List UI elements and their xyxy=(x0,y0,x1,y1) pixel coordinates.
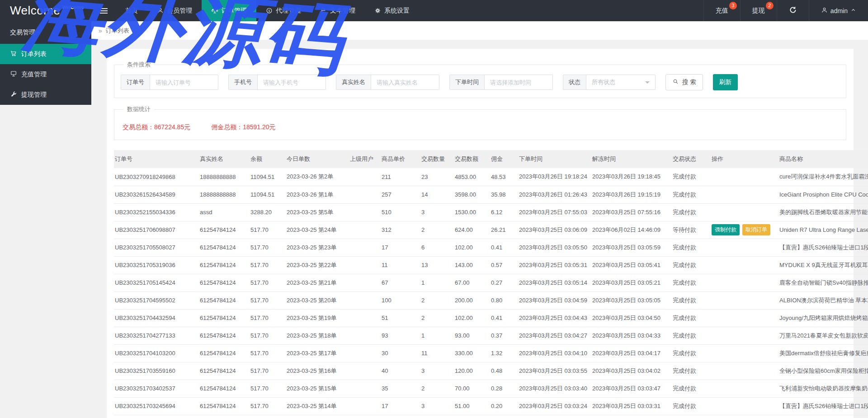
cell-commission: 26.21 xyxy=(490,221,518,239)
real-name-label: 真实姓名 xyxy=(336,75,371,89)
cell-qty: 6 xyxy=(420,239,454,256)
cell-unfreeze-time: 2023年03月25日 03:03:16 xyxy=(591,415,672,418)
stats-legend: 数据统计 xyxy=(123,105,154,113)
cell-unfreeze-time: 2023年03月26日 19:15:19 xyxy=(591,186,672,203)
cell-order-time: 2023年03月25日 03:04:10 xyxy=(518,344,591,362)
cell-balance: 517.70 xyxy=(250,309,286,327)
cell-product: 全钢小型保险箱60cm家用保险柜指纹45电 xyxy=(778,362,868,380)
cell-name: assd xyxy=(199,203,250,221)
cell-status: 完成付款 xyxy=(672,291,711,309)
sidebar-item-withdraw[interactable]: 提现管理 xyxy=(0,85,91,105)
stats-fieldset: 数据统计 交易总额：867224.85元 佣金总额：18591.20元 xyxy=(114,105,846,140)
cell-order-time: 2023年03月26日 19:18:24 xyxy=(518,168,591,186)
cell-unfreeze-time: 2023年03月25日 03:04:33 xyxy=(591,327,672,344)
column-header: 交易状态 xyxy=(672,150,711,168)
user-menu[interactable]: admin xyxy=(809,0,868,21)
cell-parent xyxy=(349,344,381,362)
recharge-button[interactable]: 充值 3 xyxy=(703,0,740,21)
cell-actions xyxy=(711,186,778,203)
cell-balance: 517.70 xyxy=(250,362,286,380)
nav-item-orders[interactable]: 订单管理 xyxy=(202,0,256,21)
cell-qty: 1 xyxy=(420,274,454,291)
nav-item-text[interactable]: 文本管理 xyxy=(311,0,365,21)
cell-order-no: UB2303251705319036 xyxy=(114,256,199,274)
search-button[interactable]: 搜 索 xyxy=(665,74,703,90)
nav-label: 订单管理 xyxy=(222,7,247,15)
cell-product: cure珂润保湿补水4件套水乳面霜洗面奶敏 xyxy=(778,168,868,186)
sidebar: 交易管理 订单列表 充值管理 提现管理 xyxy=(0,21,91,105)
cell-price: 30 xyxy=(381,344,420,362)
cell-product: ALBION澳尔滨荷荷巴精华油 草本凝萃全身 xyxy=(778,291,868,309)
breadcrumb: » 订单列表 xyxy=(91,21,868,40)
order-no-input[interactable] xyxy=(150,75,218,89)
cell-order-no: UB2303251703402537 xyxy=(114,380,199,397)
nav-item-settings[interactable]: 系统设置 xyxy=(365,0,419,21)
cell-price: 51 xyxy=(381,309,420,327)
cell-qty: 2 xyxy=(420,309,454,327)
hamburger-menu-icon[interactable] xyxy=(91,0,116,21)
phone-filter: 手机号 xyxy=(228,75,326,90)
logo-subtext: Welcome xyxy=(62,5,84,10)
cell-name: 61254784124 xyxy=(199,415,250,418)
sidebar-item-order-list[interactable]: 订单列表 xyxy=(0,44,91,64)
cell-product: MYDUKE X 9真无线蓝牙耳机双耳迷你隐形 xyxy=(778,256,868,274)
sidebar-group-trade[interactable]: 交易管理 xyxy=(0,21,91,44)
cell-amount: 102.00 xyxy=(454,239,490,256)
withdraw-button[interactable]: 提现 2 xyxy=(740,0,777,21)
withdraw-label: 提现 xyxy=(752,7,765,15)
cell-amount: 1530.00 xyxy=(454,203,490,221)
refresh-list-button[interactable]: 刷新 xyxy=(713,74,738,90)
table-row: UB230325170340253761254784124517.702023-… xyxy=(114,380,868,397)
cell-amount: 330.00 xyxy=(454,344,490,362)
cell-unfreeze-time: 2023年03月25日 03:05:05 xyxy=(591,291,672,309)
cell-product: 【直营】惠氏S26铂臻瑞士进口1段婴儿配 xyxy=(778,397,868,415)
order-no-label: 订单号 xyxy=(121,75,150,89)
cell-order-time: 2023年03月25日 03:05:14 xyxy=(518,274,591,291)
cell-balance: 517.70 xyxy=(250,415,286,418)
cell-commission: 0.28 xyxy=(490,380,518,397)
force-pay-button[interactable]: 强制付款 xyxy=(712,224,740,235)
cell-parent xyxy=(349,362,381,380)
refresh-button[interactable] xyxy=(777,0,809,21)
status-select[interactable]: 所有状态 xyxy=(586,75,655,89)
cell-unfreeze-time: 2023年03月25日 03:05:21 xyxy=(591,274,672,291)
cancel-order-button[interactable]: 取消订单 xyxy=(742,224,770,235)
table-row: UB230325170355916061254784124517.702023-… xyxy=(114,362,868,380)
cell-status: 完成付款 xyxy=(672,186,711,203)
cell-commission: 0.80 xyxy=(490,291,518,309)
cell-parent xyxy=(349,397,381,415)
cell-commission: 0.41 xyxy=(490,239,518,256)
caret-down-icon xyxy=(645,81,650,86)
cell-name: 18888888888 xyxy=(199,168,250,186)
cell-today: 2023-03-25 第24单 xyxy=(286,221,349,239)
cell-order-no: UB2303251704595502 xyxy=(114,291,199,309)
cell-actions xyxy=(711,309,778,327)
cell-actions xyxy=(711,291,778,309)
withdraw-badge: 2 xyxy=(766,2,774,9)
column-header: 交易数额 xyxy=(454,150,490,168)
cell-order-time: 2023年03月25日 03:03:24 xyxy=(518,397,591,415)
cell-commission: 0.41 xyxy=(490,309,518,327)
nav-item-members[interactable]: 会员管理 xyxy=(147,0,202,21)
cell-name: 61254784124 xyxy=(199,291,250,309)
sidebar-item-recharge[interactable]: 充值管理 xyxy=(0,64,91,85)
phone-input[interactable] xyxy=(258,75,326,89)
cell-today: 2023-03-25 第18单 xyxy=(286,327,349,344)
table-row: UB23032615264345891888888888811094.51202… xyxy=(114,186,868,203)
table-row: UB230325170459550261254784124517.702023-… xyxy=(114,291,868,309)
cell-commission: 0.37 xyxy=(490,327,518,344)
cell-qty: 2 xyxy=(420,221,454,239)
cell-price: 211 xyxy=(381,168,420,186)
nav-item-home[interactable]: 首页 xyxy=(116,0,147,21)
real-name-input[interactable] xyxy=(371,75,439,89)
cell-status: 完成付款 xyxy=(672,274,711,291)
nav-item-agents[interactable]: $ 代理管理 xyxy=(256,0,311,21)
order-time-input[interactable] xyxy=(485,75,552,89)
cell-price: 93 xyxy=(381,327,420,344)
logo-text: Welcome xyxy=(10,4,60,18)
cell-status: 完成付款 xyxy=(672,203,711,221)
cell-order-no: UB2303251705508027 xyxy=(114,239,199,256)
table-row: UB230325170427713361254784124517.702023-… xyxy=(114,327,868,344)
cell-parent xyxy=(349,186,381,203)
cell-unfreeze-time: 2023年06月02日 14:46:09 xyxy=(591,221,672,239)
